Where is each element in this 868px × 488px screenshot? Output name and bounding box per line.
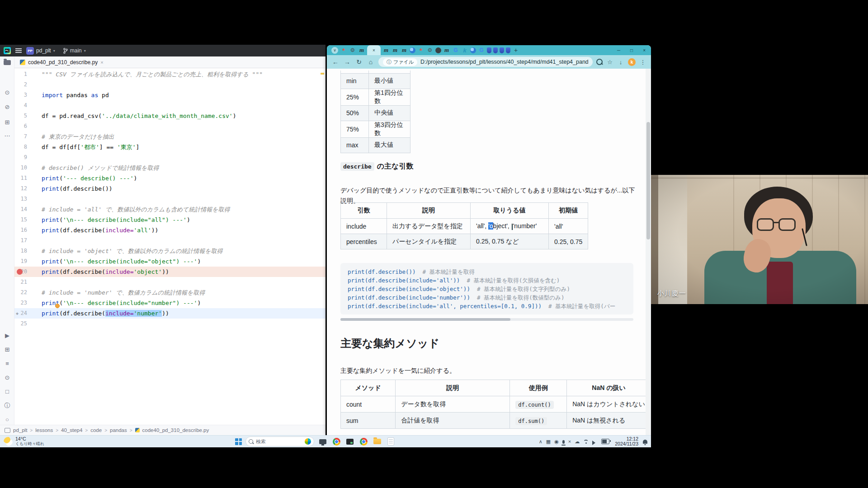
zoom-icon[interactable] [596, 59, 603, 65]
code-line[interactable]: 12print(df.describe()) [14, 183, 326, 194]
main-menu-icon[interactable] [15, 48, 22, 53]
structure-tool-icon[interactable]: ⊞ [0, 119, 14, 126]
close-tab-icon[interactable]: × [100, 60, 103, 65]
pinned-tab-drop-icon[interactable] [410, 47, 415, 53]
breakpoint-icon[interactable] [17, 269, 23, 275]
code-line[interactable]: 9 [14, 152, 326, 163]
pinned-tab-asterisk-icon[interactable]: * [417, 47, 425, 54]
bookmark-star-icon[interactable]: ☆ [606, 59, 613, 66]
error-stripe-mark[interactable] [321, 73, 324, 75]
pinned-tab-m-icon[interactable]: m [358, 47, 365, 54]
reload-icon[interactable]: ↻ [355, 58, 363, 66]
code-line[interactable]: 16print(df.describe(include='all')) [14, 225, 326, 235]
pinned-tab-plus-icon[interactable]: + [512, 47, 519, 54]
taskbar-app-screenshare[interactable] [345, 436, 355, 446]
code-line[interactable]: 22# include = 'number' で、数値カラムの統計情報を取得 [14, 287, 326, 298]
services-tool-icon[interactable]: ⊞ [0, 346, 14, 353]
vertical-scrollbar[interactable] [646, 69, 651, 435]
more-tools-icon[interactable]: ⋯ [0, 132, 14, 140]
pinned-tab-shield-icon[interactable] [506, 47, 510, 53]
mic-icon[interactable] [562, 440, 565, 444]
pull-requests-tool-icon[interactable]: ⊘ [0, 103, 14, 111]
code-line[interactable]: 15print('\n--- describe(include="all") -… [14, 215, 326, 225]
code-line[interactable]: 1""" CSV ファイルを読み込んで、月ごとの製品ごとの売上、粗利を取得する … [14, 69, 326, 80]
profile-avatar[interactable]: k [628, 58, 636, 66]
code-line[interactable]: 7# 東京のデータだけを抽出 [14, 131, 326, 142]
home-icon[interactable]: ⌂ [367, 58, 375, 66]
terminal-tool-icon[interactable]: ≡ [0, 360, 14, 367]
gutter-ai-icon[interactable]: ❖ [16, 308, 19, 319]
branch-widget[interactable]: main ▾ [63, 47, 86, 54]
camera-icon[interactable]: ◉ [554, 436, 559, 446]
horizontal-scrollbar[interactable] [340, 318, 633, 321]
scrollbar-thumb[interactable] [340, 318, 510, 321]
code-line[interactable]: 4 [14, 100, 326, 111]
weather-widget[interactable]: 14°C くもり時々晴れ [4, 436, 44, 446]
taskbar-app-folder[interactable] [372, 436, 382, 446]
close-session-icon[interactable]: × [568, 436, 571, 446]
taskbar-app-chrome[interactable] [331, 436, 341, 446]
problems-tool-icon[interactable]: □ [0, 388, 14, 395]
pinned-tab-g-icon[interactable]: G [452, 47, 459, 54]
breadcrumb-item[interactable]: code40_pd_310_describe.py [142, 427, 209, 433]
address-bar[interactable]: ⓘ ファイル D:/projects/lessons/pd_plt/lesson… [378, 57, 593, 67]
taskbar-clock[interactable]: 12:12 2024/11/23 [615, 436, 638, 446]
wifi-icon[interactable] [583, 440, 589, 444]
code-line[interactable]: 25 [14, 319, 326, 329]
close-icon[interactable]: × [643, 48, 646, 53]
version-control-tool-icon[interactable]: ○ [0, 416, 14, 423]
breadcrumb-item[interactable]: 40_step4 [61, 427, 82, 433]
breadcrumb-item[interactable]: pandas [110, 427, 127, 433]
code-line[interactable]: 19print('\n--- describe(include="object"… [14, 256, 326, 267]
pinned-tab-drop-icon[interactable] [470, 47, 476, 53]
code-line[interactable]: 2 [14, 80, 326, 90]
pinned-tab-m-icon[interactable]: m [401, 47, 408, 54]
browser-tab-active[interactable]: × [367, 45, 381, 55]
taskbar-app-chrome-2[interactable] [359, 436, 368, 446]
pinned-tab-asterisk-icon[interactable]: * [340, 47, 347, 54]
python-packages-tool-icon[interactable]: ⊙ [0, 374, 14, 381]
onedrive-cloud-icon[interactable]: ☁ [575, 436, 580, 446]
commit-tool-icon[interactable]: ⊙ [0, 89, 14, 96]
code-line[interactable]: 3import pandas as pd [14, 90, 326, 100]
code-line[interactable]: ❖24print(df.describe(include='number')) [14, 308, 326, 319]
kebab-menu-icon[interactable]: ⋮ [639, 59, 646, 66]
taskbar-app-display[interactable] [318, 436, 328, 446]
battery-icon[interactable] [601, 439, 609, 444]
volume-icon[interactable] [592, 441, 598, 445]
code-line[interactable]: 8df = df[df['都市'] == '東京'] [14, 142, 326, 152]
pinned-tab-g-icon[interactable]: G [478, 47, 485, 54]
code-line[interactable]: 17 [14, 235, 326, 246]
code-line[interactable]: 23print('\n--- describe(include="number"… [14, 298, 326, 308]
minimize-icon[interactable]: ─ [617, 48, 620, 53]
run-tool-icon[interactable]: ▶ [0, 332, 14, 339]
code-area[interactable]: 1""" CSV ファイルを読み込んで、月ごとの製品ごとの売上、粗利を取得する … [14, 69, 326, 329]
pinned-tab-chevron-icon[interactable]: ∨ [331, 47, 338, 54]
breadcrumb-item[interactable]: code [90, 427, 102, 433]
code-line[interactable]: 20print(df.describe(include='object')) [14, 267, 326, 277]
maximize-icon[interactable]: □ [630, 48, 633, 53]
code-line[interactable]: 10# describe() メソッドで統計情報を取得 [14, 163, 326, 173]
code-line[interactable]: 21 [14, 277, 326, 287]
pinned-tab-gear-icon[interactable]: ⚙ [426, 47, 434, 54]
hidden-icons-chevron[interactable]: ∧ [539, 436, 542, 446]
pinned-tab-k-icon[interactable]: k [461, 47, 468, 54]
pinned-tab-m-icon[interactable]: m [443, 47, 450, 54]
project-tool-icon[interactable] [4, 60, 11, 65]
pinned-tab-m-icon[interactable]: m [382, 47, 390, 54]
pinned-tab-shield-icon[interactable] [487, 47, 491, 53]
forward-icon[interactable]: → [343, 58, 351, 66]
notifications-tool-icon[interactable]: ⓘ [0, 402, 14, 409]
code-line[interactable]: 14# include = 'all' で、数値以外のカラムも含めて統計情報を取… [14, 204, 326, 215]
widgets-icon[interactable]: ▦ [546, 436, 551, 446]
code-line[interactable]: 11print('--- describe() ---') [14, 173, 326, 183]
download-icon[interactable]: ↓ [617, 59, 624, 66]
pinned-tab-shield-icon[interactable] [500, 47, 504, 53]
pinned-tab-m-icon[interactable]: m [392, 47, 399, 54]
pinned-tab-dark-icon[interactable] [435, 47, 441, 53]
code-line[interactable]: 18# include = 'object' で、数値以外のカラムの統計情報を取… [14, 246, 326, 256]
taskbar-search[interactable]: 検索 [245, 436, 314, 446]
code-line[interactable]: 5df = pd.read_csv('../data/climate_with_… [14, 111, 326, 121]
pinned-tab-shield-icon[interactable] [493, 47, 498, 53]
start-button[interactable] [235, 438, 242, 445]
